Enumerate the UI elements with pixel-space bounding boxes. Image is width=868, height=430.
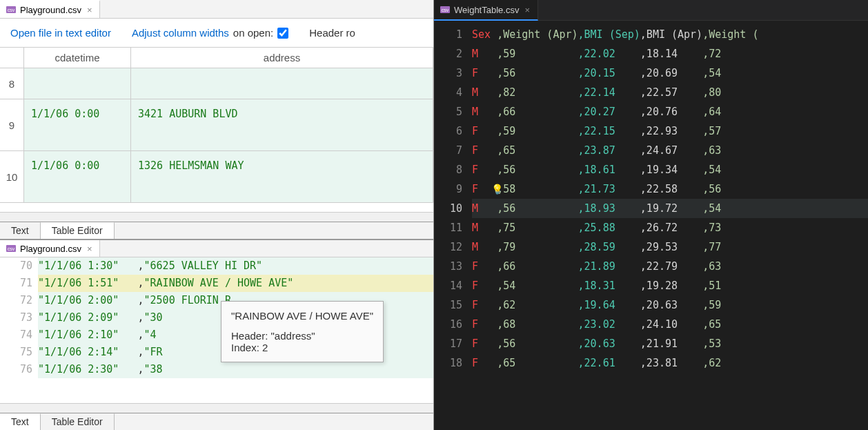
code-line[interactable]: "1/1/06 1:51" ,"RAINBOW AVE / HOWE AVE" [38, 275, 433, 292]
code-line[interactable]: "1/1/06 1:30" ,"6625 VALLEY HI DR" [38, 257, 433, 275]
lower-section: csv Playground.csv × 70717273747576 "1/1… [0, 240, 433, 430]
line-number: 70 [0, 257, 32, 275]
line-number: 7 [434, 141, 462, 160]
table-grid[interactable]: cdatetime address 891/1/06 0:003421 AUBU… [0, 47, 433, 212]
code-line[interactable]: F ,56 ,20.63 ,21.91 ,53 [472, 334, 868, 353]
code-line[interactable]: F ,66 ,21.89 ,22.79 ,63 [472, 257, 868, 276]
right-panel: csv WeightTable.csv × 123456789101112131… [434, 0, 868, 430]
mode-text-lower[interactable]: Text [0, 413, 41, 430]
table-header-row: cdatetime address [0, 48, 433, 68]
tooltip-header: Header: "address" [231, 330, 373, 342]
table-cell[interactable]: 3421 AUBURN BLVD [131, 99, 433, 150]
mode-table-upper[interactable]: Table Editor [41, 222, 115, 239]
csv-file-icon: csv [6, 4, 17, 15]
code-line[interactable]: F ,68 ,23.02 ,24.10 ,65 [472, 315, 868, 334]
code-line[interactable]: M ,66 ,20.27 ,20.76 ,64 [472, 102, 868, 121]
code-line[interactable]: F ,56 ,20.15 ,20.69 ,54 [472, 63, 868, 83]
line-number: 72 [0, 292, 32, 309]
line-number: 16 [434, 315, 462, 334]
table-cell[interactable] [131, 68, 433, 99]
line-number: 11 [434, 218, 462, 237]
upper-section: csv Playground.csv × Open file in text e… [0, 0, 433, 240]
open-in-text-link[interactable]: Open file in text editor [10, 27, 111, 39]
line-number: 6 [434, 121, 462, 141]
table-cell[interactable]: 1/1/06 0:00 [24, 99, 131, 150]
tab-label: Playground.csv [20, 244, 81, 254]
tab-bar-upper: csv Playground.csv × [0, 0, 433, 19]
code-line[interactable]: F ,62 ,19.64 ,20.63 ,59 [472, 295, 868, 315]
line-number: 5 [434, 102, 462, 121]
text-editor[interactable]: 70717273747576 "1/1/06 1:30" ,"6625 VALL… [0, 257, 433, 403]
code-line[interactable]: M ,75 ,25.88 ,26.72 ,73 [472, 218, 868, 237]
line-number: 3 [434, 63, 462, 83]
table-row[interactable]: 101/1/06 0:001326 HELMSMAN WAY [0, 151, 433, 203]
code-line[interactable]: M ,79 ,28.59 ,29.53 ,77 [472, 237, 868, 257]
csv-file-icon: csv [6, 243, 17, 254]
code-line[interactable]: F ,54 ,18.31 ,19.28 ,51 [472, 276, 868, 295]
horizontal-scrollbar[interactable] [0, 403, 433, 413]
tooltip-value: "RAINBOW AVE / HOWE AVE" [231, 310, 373, 322]
tab-weighttable[interactable]: csv WeightTable.csv × [434, 0, 538, 21]
line-number: 75 [0, 344, 32, 361]
code-line[interactable]: M ,82 ,22.14 ,22.57 ,80 [472, 83, 868, 102]
horizontal-scrollbar[interactable] [0, 212, 433, 222]
mode-bar-lower: Text Table Editor [0, 413, 433, 430]
line-number: 18 [434, 353, 462, 373]
table-cell[interactable]: 1326 HELMSMAN WAY [131, 151, 433, 202]
code-line[interactable]: M ,56 ,18.93 ,19.72 ,54 [472, 199, 868, 218]
line-number: 12 [434, 237, 462, 257]
dark-text-editor[interactable]: 123456789101112131415161718 Sex ,Weight … [434, 21, 868, 430]
line-number: 4 [434, 83, 462, 102]
adjust-widths-link[interactable]: Adjust column widths [132, 27, 229, 39]
table-cell[interactable]: 1/1/06 0:00 [24, 151, 131, 202]
mode-bar-upper: Text Table Editor [0, 222, 433, 239]
close-icon[interactable]: × [522, 5, 532, 15]
line-number: 10 [434, 199, 462, 218]
line-number: 15 [434, 295, 462, 315]
close-icon[interactable]: × [85, 244, 95, 254]
on-open-label: on open: [233, 27, 273, 39]
header-row-label: Header ro [309, 27, 355, 39]
svg-text:csv: csv [442, 8, 449, 12]
code-line[interactable]: "1/1/06 2:30" ,"38 [38, 361, 433, 378]
table-cell[interactable] [24, 68, 131, 99]
tab-playground-lower[interactable]: csv Playground.csv × [0, 240, 100, 257]
code-line[interactable]: F ,58 ,21.73 ,22.58 ,56 [472, 179, 868, 199]
row-number: 8 [0, 68, 24, 99]
line-number: 76 [0, 361, 32, 378]
line-number: 17 [434, 334, 462, 353]
code-line[interactable]: F ,56 ,18.61 ,19.34 ,54 [472, 160, 868, 179]
on-open-checkbox[interactable] [277, 28, 288, 39]
csv-file-icon: csv [440, 4, 451, 15]
line-number: 2 [434, 44, 462, 63]
table-row[interactable]: 91/1/06 0:003421 AUBURN BLVD [0, 99, 433, 151]
tab-label: Playground.csv [20, 5, 81, 15]
lightbulb-icon[interactable]: 💡 [491, 184, 503, 195]
code-line[interactable]: F ,65 ,23.87 ,24.67 ,63 [472, 141, 868, 160]
code-line[interactable]: Sex ,Weight (Apr),BMI (Sep),BMI (Apr),We… [472, 25, 868, 44]
left-panel: csv Playground.csv × Open file in text e… [0, 0, 434, 430]
code-line[interactable]: F ,65 ,22.61 ,23.81 ,62 [472, 353, 868, 373]
toolbar: Open file in text editor Adjust column w… [0, 19, 433, 47]
close-icon[interactable]: × [85, 5, 95, 15]
column-header-address[interactable]: address [131, 48, 433, 68]
row-number: 9 [0, 99, 24, 150]
code-line[interactable]: F ,59 ,22.15 ,22.93 ,57 [472, 121, 868, 141]
line-number: 71 [0, 275, 32, 292]
line-number: 8 [434, 160, 462, 179]
svg-text:csv: csv [8, 246, 15, 251]
tab-playground-upper[interactable]: csv Playground.csv × [0, 0, 100, 18]
tab-bar-right: csv WeightTable.csv × [434, 0, 868, 21]
tab-bar-lower: csv Playground.csv × [0, 240, 433, 257]
code-line[interactable]: M ,59 ,22.02 ,18.14 ,72 [472, 44, 868, 63]
line-number: 13 [434, 257, 462, 276]
mode-text-upper[interactable]: Text [0, 222, 41, 239]
column-header-cdatetime[interactable]: cdatetime [24, 48, 131, 68]
row-number: 10 [0, 151, 24, 202]
line-number: 9 [434, 179, 462, 199]
svg-text:csv: csv [8, 8, 15, 12]
mode-table-lower[interactable]: Table Editor [41, 413, 115, 430]
table-row[interactable]: 8 [0, 68, 433, 99]
line-number: 73 [0, 309, 32, 326]
tab-label: WeightTable.csv [454, 5, 519, 15]
